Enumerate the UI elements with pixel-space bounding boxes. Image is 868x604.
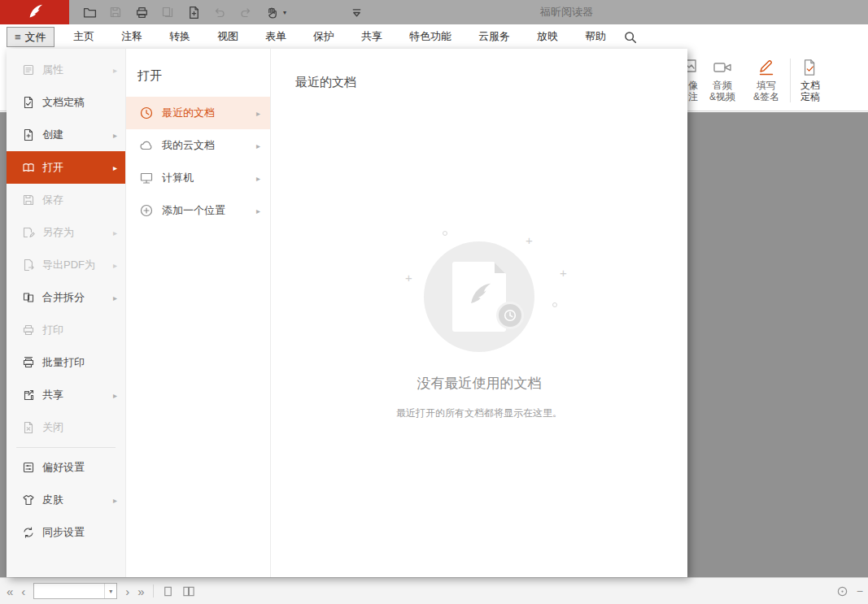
submenu-arrow-icon: ▸	[113, 66, 117, 75]
hand-tool-button[interactable]	[264, 3, 280, 21]
clock-icon	[139, 106, 154, 120]
printer-icon	[135, 6, 149, 20]
video-camera-icon	[713, 59, 732, 76]
file-menu-item-sync-settings[interactable]: 同步设置	[7, 516, 125, 549]
file-menu-item-save[interactable]: 保存	[7, 184, 125, 216]
tab-home[interactable]: 主页	[73, 29, 94, 44]
file-menu-item-close[interactable]: 关闭	[7, 411, 125, 444]
next-page-button[interactable]: ›	[125, 585, 129, 597]
file-menu-item-print[interactable]: 打印	[7, 314, 125, 346]
open-file-button[interactable]	[81, 3, 98, 21]
tab-features[interactable]: 特色功能	[409, 29, 451, 44]
prev-page-button[interactable]: ‹	[21, 585, 25, 597]
status-bar: « ‹ ▾ › » −	[0, 577, 868, 604]
redo-button[interactable]	[238, 3, 254, 21]
zoom-tool-button[interactable]	[836, 585, 848, 597]
new-document-button[interactable]	[185, 3, 202, 21]
submenu-arrow-icon: ▸	[113, 261, 117, 270]
recent-documents-panel: 最近的文档 + + + 没有最近使用的文档 最近打开的所有文档都将显示在这里。	[271, 49, 687, 577]
statusbar-separator	[153, 584, 154, 597]
file-menu-item-preferences[interactable]: 偏好设置	[7, 451, 125, 484]
file-menu-item-properties[interactable]: 属性 ▸	[7, 54, 125, 86]
file-menu-item-create[interactable]: 创建 ▸	[7, 119, 125, 151]
menu-item-label: 偏好设置	[42, 460, 85, 475]
submenu-arrow-icon: ▸	[256, 109, 260, 118]
hand-tool-icon	[265, 6, 279, 20]
single-page-view-button[interactable]	[162, 585, 174, 597]
save-button[interactable]	[107, 3, 124, 21]
page-input[interactable]	[34, 584, 104, 598]
tab-form[interactable]: 表单	[265, 29, 286, 44]
doc-finalize-icon	[22, 96, 35, 109]
undo-icon	[213, 6, 226, 19]
tab-share[interactable]: 共享	[361, 29, 382, 44]
tab-view[interactable]: 视图	[217, 29, 238, 44]
title-bar: ▾ 福昕阅读器	[0, 0, 868, 24]
tab-convert[interactable]: 转换	[169, 29, 190, 44]
submenu-arrow-icon: ▸	[256, 174, 260, 183]
facing-page-view-button[interactable]	[182, 585, 195, 597]
file-menu-item-share[interactable]: 共享 ▸	[7, 379, 125, 411]
ribbon-button-audio-video[interactable]: 音频 &视频	[700, 57, 745, 102]
search-button[interactable]	[623, 30, 638, 45]
decor-dot	[443, 231, 447, 236]
ribbon-button-fill-sign[interactable]: 填写 &签名	[744, 57, 789, 102]
file-menu-backstage: 属性 ▸ 文档定稿 创建 ▸ 打开 ▸ 保存	[7, 49, 687, 577]
tab-protect[interactable]: 保护	[313, 29, 334, 44]
skin-icon	[22, 493, 35, 506]
app-window: ▾ 福昕阅读器 ≡ 文件 主页 注释 转换 视图 表单 保护 共享 特色功能 云…	[0, 0, 868, 604]
tab-file[interactable]: ≡ 文件	[7, 27, 55, 47]
menu-bar: ≡ 文件 主页 注释 转换 视图 表单 保护 共享 特色功能 云服务 放映 帮助	[0, 24, 868, 49]
save-icon	[22, 193, 35, 206]
open-item-add-place[interactable]: 添加一个位置 ▸	[126, 194, 270, 227]
zoom-tool-icon	[836, 585, 848, 597]
file-menu-item-skin[interactable]: 皮肤 ▸	[7, 484, 125, 516]
file-menu-sidebar: 属性 ▸ 文档定稿 创建 ▸ 打开 ▸ 保存	[7, 49, 126, 577]
foxit-feather-icon	[26, 3, 44, 21]
tab-help[interactable]: 帮助	[585, 29, 606, 44]
tab-cloud[interactable]: 云服务	[478, 29, 510, 44]
customize-toolbar-button[interactable]	[348, 3, 364, 21]
print-button[interactable]	[133, 3, 150, 21]
hand-tool-dropdown-icon[interactable]: ▾	[283, 9, 286, 16]
open-item-recent-documents[interactable]: 最近的文档 ▸	[126, 97, 270, 129]
open-panel: 打开 最近的文档 ▸ 我的云文档 ▸ 计算机 ▸ 添加一个位置 ▸	[126, 49, 271, 577]
recent-documents-title: 最近的文档	[295, 75, 356, 90]
add-place-icon	[139, 203, 154, 218]
file-menu-item-open[interactable]: 打开 ▸	[7, 151, 125, 184]
menu-item-label: 共享	[42, 388, 63, 402]
copy-pages-button[interactable]	[159, 3, 176, 21]
print-icon	[22, 324, 35, 337]
first-page-button[interactable]: «	[7, 585, 13, 597]
open-item-cloud-documents[interactable]: 我的云文档 ▸	[126, 129, 270, 162]
open-item-label: 计算机	[162, 171, 194, 185]
page-dropdown-icon[interactable]: ▾	[104, 584, 116, 598]
open-item-computer[interactable]: 计算机 ▸	[126, 162, 270, 194]
ribbon-label-line: 音频	[700, 80, 745, 91]
ribbon-label-line: &签名	[744, 91, 789, 102]
ribbon-label-line: 填写	[744, 80, 789, 91]
menu-item-label: 文档定稿	[42, 95, 85, 110]
file-menu-item-save-as[interactable]: 另存为 ▸	[7, 216, 125, 249]
file-menu-item-combine-split[interactable]: 合并拆分 ▸	[7, 281, 125, 314]
menu-separator	[16, 447, 116, 448]
page-fold-shadow	[495, 263, 505, 273]
app-logo-button[interactable]	[0, 0, 69, 24]
last-page-button[interactable]: »	[137, 585, 144, 597]
submenu-arrow-icon: ▸	[113, 228, 117, 237]
file-menu-item-batch-print[interactable]: 批量打印	[7, 346, 125, 379]
tab-present[interactable]: 放映	[537, 29, 558, 44]
ribbon-button-doc-finalize[interactable]: 文档 定稿	[787, 57, 833, 102]
decor-plus: +	[560, 267, 567, 279]
decor-plus: +	[526, 234, 533, 246]
menu-item-label: 合并拆分	[42, 290, 85, 305]
empty-state-title: 没有最近使用的文档	[271, 374, 687, 393]
menu-item-label: 打印	[42, 323, 63, 337]
file-menu-item-doc-finalize[interactable]: 文档定稿	[7, 86, 125, 119]
menu-item-label: 皮肤	[42, 493, 63, 507]
file-menu-item-export-pdf[interactable]: 导出PDF为 ▸	[7, 249, 125, 281]
undo-button[interactable]	[212, 3, 228, 21]
search-icon	[623, 30, 638, 45]
tab-comment[interactable]: 注释	[121, 29, 142, 44]
zoom-out-icon[interactable]: −	[857, 584, 863, 597]
